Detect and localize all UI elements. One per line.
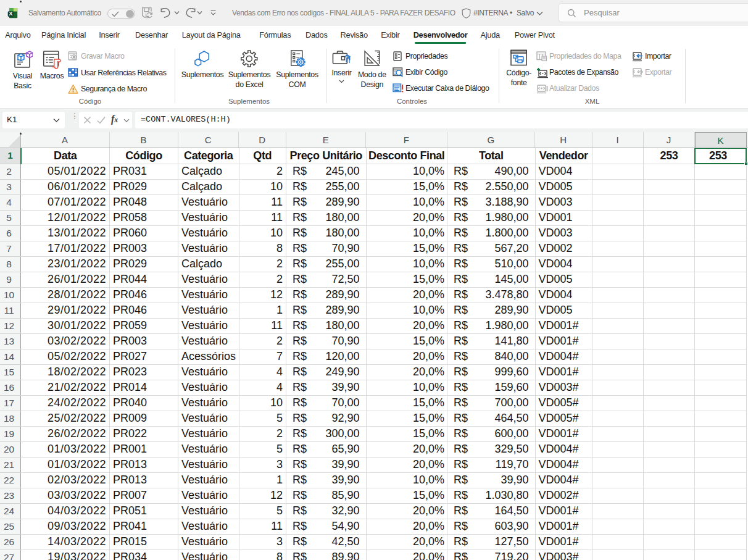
svg-text:X: X (9, 10, 13, 17)
